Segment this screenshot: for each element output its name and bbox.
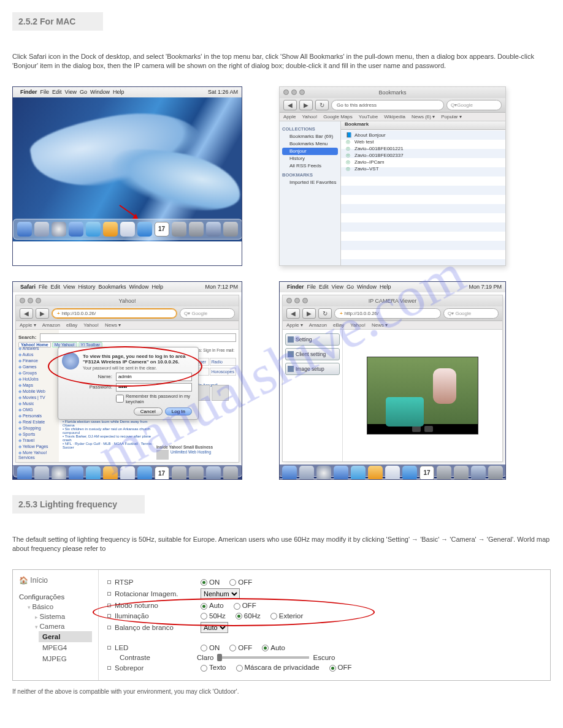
radio-overlay-mask[interactable] xyxy=(236,665,243,672)
menubar-item[interactable]: Help xyxy=(152,284,164,290)
list-item[interactable]: About Bonjour xyxy=(343,132,503,138)
zoom-icon[interactable] xyxy=(299,89,305,95)
zoom-icon[interactable] xyxy=(36,298,41,303)
login-button[interactable]: Log In xyxy=(165,408,192,415)
dock-addressbook-icon[interactable] xyxy=(103,222,118,237)
news-item[interactable]: • Travis Barker, DJ AM expected to recov… xyxy=(63,434,155,442)
video-control-icon[interactable] xyxy=(412,426,421,432)
address-bar[interactable]: Go to this address xyxy=(331,100,444,110)
yahoo-sidenav-item[interactable]: Real Estate xyxy=(18,419,56,425)
nav-camera[interactable]: Camera xyxy=(35,621,92,631)
bookmark-link[interactable]: Apple xyxy=(283,114,296,119)
dock-icon[interactable] xyxy=(86,466,101,480)
yahoo-sidenav-item[interactable]: Finance xyxy=(18,358,56,364)
radio-60hz[interactable] xyxy=(236,613,242,620)
dock-icon[interactable] xyxy=(17,466,32,480)
dock-icon[interactable] xyxy=(334,466,348,480)
radio-led-auto[interactable] xyxy=(262,645,269,651)
cancel-button[interactable]: Cancel xyxy=(134,408,163,415)
yahoo-sidenav-item[interactable]: OMG xyxy=(18,407,56,413)
name-input[interactable] xyxy=(116,373,192,381)
nav-general[interactable]: Geral xyxy=(39,631,92,642)
radio-exterior[interactable] xyxy=(270,613,277,620)
dock-icon[interactable] xyxy=(137,466,152,480)
bookmark-link[interactable]: News (6) ▾ xyxy=(412,114,435,119)
bookmark-link[interactable]: News ▾ xyxy=(372,322,388,328)
menubar-item[interactable]: View xyxy=(63,284,75,290)
bookmark-link[interactable]: Popular ▾ xyxy=(441,114,462,119)
setting-button[interactable]: Setting xyxy=(285,333,340,346)
radio-50hz[interactable] xyxy=(201,613,207,620)
back-button[interactable]: ◀ xyxy=(286,308,300,319)
menubar-item[interactable]: Help xyxy=(380,284,391,290)
dock-ical-icon[interactable]: 17 xyxy=(155,222,169,237)
radio-led-off[interactable] xyxy=(229,645,236,651)
password-input[interactable] xyxy=(116,383,192,392)
dock-icon[interactable] xyxy=(351,466,366,480)
bookmark-link[interactable]: Yahoo! xyxy=(350,322,366,328)
dock-icon[interactable] xyxy=(437,466,451,480)
zoom-icon[interactable] xyxy=(302,298,308,303)
dock-icon[interactable] xyxy=(172,466,186,480)
yahoo-search-input[interactable] xyxy=(40,333,236,342)
dock-icon[interactable] xyxy=(223,466,238,480)
dock-ical-icon[interactable]: 17 xyxy=(155,466,169,480)
news-item[interactable]: • Florida election cases loom while Dems… xyxy=(63,420,155,427)
dock-icon[interactable] xyxy=(454,466,469,480)
list-item[interactable]: Zavio–VST xyxy=(343,165,503,172)
dock-quicktime-icon[interactable] xyxy=(137,222,152,237)
yahoo-sidenav-item[interactable]: Movies | TV xyxy=(18,395,56,401)
bookmark-link[interactable]: Apple ▾ xyxy=(20,322,36,328)
nav-basic[interactable]: Básico xyxy=(28,602,92,612)
dock-mail-icon[interactable] xyxy=(69,222,83,237)
menubar-item[interactable]: Window xyxy=(357,284,377,290)
yahoo-sidenav-item[interactable]: Yellow Pages xyxy=(18,444,56,450)
yahoo-sidenav-item[interactable]: Shopping xyxy=(18,425,56,431)
yahoo-sidenav-item[interactable]: More Yahoo! Services xyxy=(18,450,56,460)
close-icon[interactable] xyxy=(286,298,292,303)
minimize-icon[interactable] xyxy=(291,89,297,95)
menubar-item[interactable]: View xyxy=(332,284,343,290)
nav-mjpeg[interactable]: MJPEG xyxy=(39,653,92,664)
dock-icon[interactable] xyxy=(385,466,400,480)
sidebar-item-bookmarksmenu[interactable]: Bookmarks Menu xyxy=(282,140,338,148)
bookmark-link[interactable]: Amazon xyxy=(309,322,327,328)
radio-night-auto[interactable] xyxy=(201,603,207,610)
contrast-slider[interactable] xyxy=(217,656,309,659)
dock-icon[interactable] xyxy=(299,466,314,480)
menubar-item[interactable]: Go xyxy=(347,284,354,290)
sb-link[interactable]: Unlimited Web Hosting xyxy=(170,450,211,460)
remember-checkbox[interactable] xyxy=(116,395,124,403)
menubar-item[interactable]: Help xyxy=(113,89,124,95)
video-control-icon[interactable] xyxy=(424,426,433,432)
dock-icon[interactable] xyxy=(206,222,221,237)
yahoo-sidenav-item[interactable]: Mobile Web xyxy=(18,389,56,395)
menubar-item[interactable]: Edit xyxy=(51,284,61,290)
radio-overlay-off[interactable] xyxy=(329,665,336,672)
dock-icon[interactable] xyxy=(368,466,383,480)
minimize-icon[interactable] xyxy=(294,298,300,303)
close-icon[interactable] xyxy=(283,89,289,95)
dock-safari-icon[interactable] xyxy=(52,466,66,480)
sidebar-item-imported[interactable]: Imported IE Favorites xyxy=(282,179,338,186)
news-item[interactable]: • Six children in custody after raid on … xyxy=(63,427,155,434)
yahoo-sidenav-item[interactable]: Sports xyxy=(18,431,56,438)
nav-home[interactable]: 🏠 Início xyxy=(19,576,92,585)
list-item[interactable]: Zavio–001BFE001221 xyxy=(343,145,503,152)
dock-icon[interactable] xyxy=(402,466,417,480)
dock-icon[interactable] xyxy=(471,466,486,480)
dock-preferences-icon[interactable] xyxy=(172,222,186,237)
radio-rtsp-on[interactable] xyxy=(201,579,207,586)
close-icon[interactable] xyxy=(20,298,25,303)
menubar-item[interactable]: Edit xyxy=(52,89,62,95)
menubar-item[interactable]: File xyxy=(40,89,50,95)
radio-led-on[interactable] xyxy=(201,645,207,651)
radio-rtsp-off[interactable] xyxy=(229,579,236,586)
image-setup-button[interactable]: Image setup xyxy=(285,363,340,375)
search-field[interactable]: Q▾ Google xyxy=(446,100,502,110)
menubar-item[interactable]: History xyxy=(78,284,95,290)
link-radio[interactable]: Radio xyxy=(210,358,236,366)
bookmark-link[interactable]: eBay xyxy=(333,322,344,328)
dock-icon[interactable] xyxy=(69,466,83,480)
bookmark-link[interactable]: Yahoo! xyxy=(302,114,317,119)
